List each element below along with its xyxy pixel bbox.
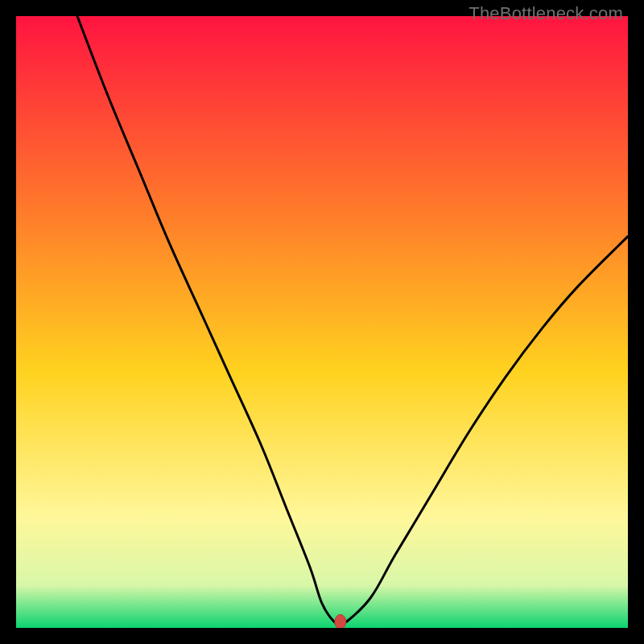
watermark-text: TheBottleneck.com [469, 3, 623, 24]
optimal-point-marker [335, 614, 346, 628]
chart-frame [16, 16, 628, 628]
gradient-background [16, 16, 628, 628]
bottleneck-chart [16, 16, 628, 628]
